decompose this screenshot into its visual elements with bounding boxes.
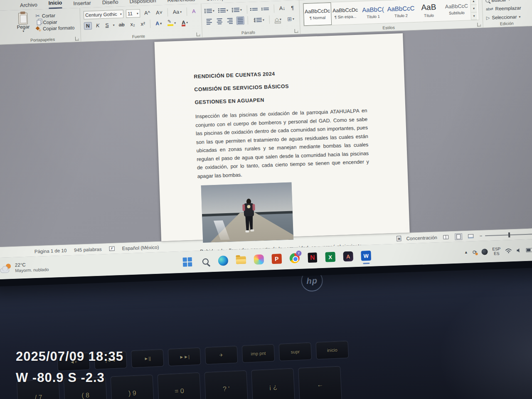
line-spacing-icon: [256, 18, 262, 22]
sync-icon[interactable]: ⟳: [472, 249, 477, 255]
tab-inicio[interactable]: Inicio: [48, 0, 62, 9]
align-right-button[interactable]: [226, 17, 234, 25]
cut-button[interactable]: ✂ Cortar: [35, 12, 74, 19]
zoom-slider[interactable]: [485, 233, 532, 236]
style-subtitle[interactable]: AaBbCcC Subtítulo: [442, 0, 471, 21]
copy-button[interactable]: Copiar: [35, 19, 74, 25]
line-spacing-button[interactable]: ↕▾: [251, 16, 266, 23]
doc-inline-photo[interactable]: [201, 182, 294, 243]
align-left-button[interactable]: [205, 17, 213, 26]
speaker-icon[interactable]: [516, 248, 521, 253]
tab-diseno[interactable]: Diseño: [102, 0, 119, 7]
style-heading2[interactable]: AaBbCcC Título 2: [387, 0, 415, 23]
shading-button[interactable]: ◇▾: [273, 15, 283, 23]
increase-indent-button[interactable]: [262, 7, 271, 11]
align-center-button[interactable]: [215, 17, 224, 26]
bullets-button[interactable]: ▾: [205, 8, 216, 14]
highlight-button[interactable]: ▾: [166, 20, 178, 26]
decrease-indent-button[interactable]: [251, 7, 259, 11]
gallery-expand-icon[interactable]: ▼: [471, 12, 477, 20]
taskbar-file-explorer[interactable]: [235, 254, 246, 266]
onedrive-icon[interactable]: [481, 249, 488, 255]
underline-button[interactable]: S: [103, 22, 111, 29]
text-effects-button[interactable]: A▾: [154, 20, 164, 27]
font-size-select[interactable]: 11 ▾: [126, 9, 140, 18]
web-layout-button[interactable]: [467, 233, 475, 240]
hidden-icons-chevron[interactable]: ▲: [464, 250, 468, 254]
taskbar-word[interactable]: W: [360, 250, 372, 261]
dialog-launcher-icon[interactable]: ⌟: [75, 37, 79, 40]
chevron-down-icon: ▾: [180, 10, 182, 14]
read-mode-button[interactable]: [442, 234, 450, 241]
zoom-slider-knob[interactable]: [508, 232, 510, 237]
replace-button[interactable]: ab⇄ Reemplazar: [486, 4, 532, 13]
strikethrough-button[interactable]: ab: [117, 21, 126, 28]
borders-button[interactable]: ⊞▾: [286, 15, 296, 22]
sort-button[interactable]: A↓: [278, 5, 287, 12]
taskbar-netflix[interactable]: N: [307, 252, 318, 263]
font-name-select[interactable]: Century Gothic ▾: [84, 10, 124, 19]
start-button[interactable]: [182, 256, 193, 268]
language-tray[interactable]: ESP ES: [492, 246, 501, 256]
copy-label: Copiar: [43, 20, 57, 25]
justify-button[interactable]: [236, 16, 244, 25]
chevron-down-icon: ▾: [22, 30, 24, 33]
page-indicator[interactable]: Página 1 de 10: [34, 248, 67, 254]
focus-mode-label[interactable]: Concentración: [406, 235, 437, 241]
scroll-up-icon[interactable]: ▲: [470, 0, 477, 5]
style-no-spacing[interactable]: AaBbCcDc ¶ Sin espa...: [331, 2, 360, 25]
paste-button[interactable]: Pegar ▾: [13, 12, 34, 34]
subscript-button[interactable]: x₂: [128, 21, 137, 28]
find-button[interactable]: Buscar ▾: [485, 0, 532, 4]
clear-formatting-button[interactable]: A: [190, 8, 197, 15]
taskbar-excel[interactable]: X: [325, 251, 336, 263]
multilevel-list-button[interactable]: ▾: [232, 7, 244, 12]
proofing-icon[interactable]: ✗: [109, 246, 114, 251]
wifi-icon[interactable]: [505, 248, 512, 254]
person-vest-logo: [247, 205, 250, 208]
tab-archivo[interactable]: Archivo: [20, 2, 37, 10]
style-title[interactable]: AaB Título: [414, 0, 443, 22]
taskbar-edge[interactable]: [217, 255, 229, 266]
font-color-button[interactable]: A▾: [180, 19, 190, 26]
bold-button[interactable]: N: [84, 22, 92, 30]
weather-widget[interactable]: 22°C Mayorm. nublado: [0, 261, 49, 274]
zoom-out-button[interactable]: −: [479, 233, 482, 238]
chevron-down-icon: ▾: [263, 18, 264, 22]
taskbar-powerpoint[interactable]: P: [271, 253, 282, 264]
word-count[interactable]: 945 palabras: [74, 246, 102, 252]
superscript-button[interactable]: x²: [139, 20, 147, 27]
document-canvas[interactable]: RENDICIÓN DE CUENTAS 2024 COMISIÓN DE SE…: [0, 25, 532, 247]
taskbar-search-button[interactable]: [200, 256, 211, 267]
styles-gallery-scrollbar[interactable]: ▲ ▼ ▼: [470, 0, 477, 20]
scroll-down-icon[interactable]: ▼: [471, 5, 477, 12]
taskbar-chrome[interactable]: Y: [289, 253, 300, 264]
taskbar-copilot[interactable]: [253, 254, 264, 265]
taskbar-adobe[interactable]: A: [342, 251, 354, 262]
key-airplane: ✈: [205, 346, 238, 365]
dialog-launcher-icon[interactable]: ⌟: [477, 22, 481, 26]
grow-font-button[interactable]: A^: [143, 10, 152, 17]
chrome-profile-badge: Y: [296, 251, 301, 256]
style-sample: AaB: [421, 2, 436, 12]
dialog-launcher-icon[interactable]: ⌟: [197, 32, 200, 36]
style-heading1[interactable]: AaBbC( Título 1: [359, 0, 387, 24]
document-page[interactable]: RENDICIÓN DE CUENTAS 2024 COMISIÓN DE SE…: [154, 33, 409, 241]
chevron-down-icon[interactable]: ▾: [113, 23, 115, 27]
numbering-button[interactable]: ▾: [219, 7, 230, 13]
battery-icon[interactable]: [526, 248, 532, 252]
style-normal[interactable]: AaBbCcDc ¶ Normal: [303, 2, 332, 26]
photo-stage: hp ◄+ |◄◄ ►|| ►►| ✈ imp pnt supr inicio …: [0, 0, 532, 399]
print-layout-button[interactable]: [454, 233, 462, 240]
change-case-button[interactable]: Aa▾: [171, 8, 184, 15]
tab-insertar[interactable]: Insertar: [73, 0, 91, 8]
language-indicator[interactable]: Español (México): [122, 244, 159, 251]
dialog-launcher-icon[interactable]: ⌟: [295, 29, 298, 33]
italic-button[interactable]: K: [94, 22, 101, 29]
doc-heading: COMISIÓN DE SERVICIOS BÁSICOS: [194, 81, 366, 92]
shrink-font-button[interactable]: A˅: [154, 9, 164, 16]
chevron-down-icon: ▾: [186, 20, 188, 24]
format-painter-button[interactable]: Copiar formato: [36, 25, 74, 31]
focus-mode-icon[interactable]: ▣: [397, 236, 401, 241]
show-marks-button[interactable]: ¶: [289, 5, 296, 12]
